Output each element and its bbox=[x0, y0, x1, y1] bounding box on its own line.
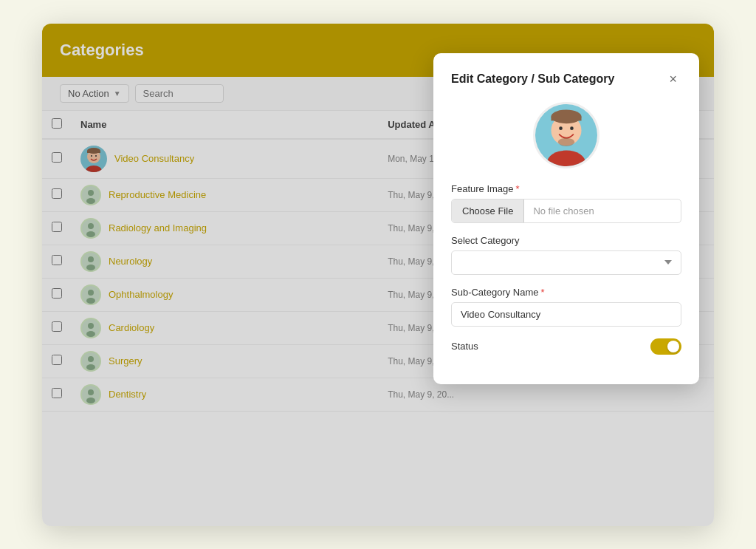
status-row: Status bbox=[451, 338, 681, 355]
modal-title: Edit Category / Sub Category bbox=[451, 72, 614, 86]
avatar-container bbox=[451, 102, 681, 168]
svg-point-33 bbox=[559, 126, 563, 130]
modal-close-button[interactable]: × bbox=[664, 71, 681, 87]
modal-overlay: Edit Category / Sub Category × bbox=[42, 24, 714, 526]
status-toggle[interactable] bbox=[650, 338, 681, 355]
svg-point-35 bbox=[558, 137, 574, 146]
category-select[interactable] bbox=[451, 250, 681, 275]
sub-category-name-group: Sub-Category Name* bbox=[451, 287, 681, 327]
status-group: Status bbox=[451, 338, 681, 355]
feature-image-label: Feature Image* bbox=[451, 183, 681, 194]
select-category-group: Select Category bbox=[451, 235, 681, 275]
file-input-row: Choose File No file chosen bbox=[451, 199, 681, 223]
select-category-label: Select Category bbox=[451, 235, 681, 246]
avatar bbox=[533, 102, 599, 168]
file-name-display: No file chosen bbox=[524, 200, 681, 222]
edit-modal: Edit Category / Sub Category × bbox=[433, 53, 699, 384]
toggle-knob bbox=[667, 341, 679, 352]
feature-image-group: Feature Image* Choose File No file chose… bbox=[451, 183, 681, 223]
svg-point-34 bbox=[570, 126, 574, 130]
choose-file-button[interactable]: Choose File bbox=[452, 200, 524, 222]
svg-rect-32 bbox=[551, 116, 581, 120]
modal-header: Edit Category / Sub Category × bbox=[451, 71, 681, 87]
sub-category-name-input[interactable] bbox=[451, 302, 681, 327]
status-label: Status bbox=[451, 341, 478, 352]
svg-point-31 bbox=[551, 109, 581, 123]
sub-category-name-label: Sub-Category Name* bbox=[451, 287, 681, 298]
person-svg bbox=[535, 102, 597, 168]
browser-window: Categories No Action ▼ Name Updated At ▲… bbox=[42, 24, 714, 526]
